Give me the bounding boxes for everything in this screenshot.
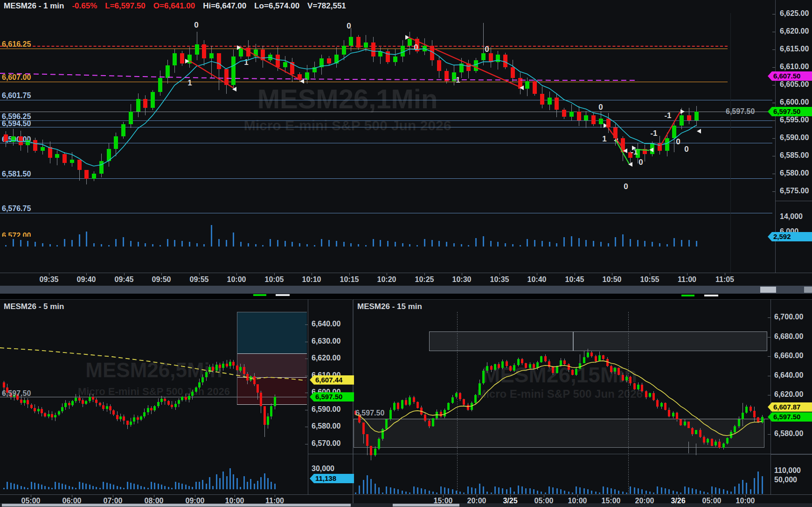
candle-body: [171, 405, 173, 408]
volume-bar: [637, 240, 638, 246]
volume-bar: [545, 493, 546, 494]
volume-bar: [13, 239, 14, 246]
volume-bar: [274, 484, 276, 489]
volume-bar: [537, 491, 538, 494]
volume-bar: [409, 493, 410, 494]
divider-indicator-bar: [253, 294, 266, 296]
candle-body: [27, 400, 29, 404]
volume-bar: [649, 492, 651, 494]
horizontal-scrollbar-1min-handle[interactable]: [760, 287, 776, 293]
volume-bar: [31, 482, 32, 489]
volume-bar: [48, 487, 49, 489]
volume-bar: [382, 493, 383, 494]
horizontal-scrollbar-5min-handle[interactable]: [2, 504, 351, 507]
volume-bar: [123, 488, 125, 489]
volume-bar: [71, 240, 73, 246]
volume-bar: [130, 241, 132, 246]
volume-bar: [5, 245, 7, 246]
volume-bar: [673, 238, 675, 246]
volume-bar: [742, 480, 743, 494]
volume-bar: [730, 492, 732, 494]
volume-bar: [579, 487, 581, 494]
price-axis-label: 6,615.00: [780, 45, 809, 53]
signal-label: -1: [650, 129, 657, 138]
volume-bar: [181, 484, 183, 489]
volume-bar: [380, 240, 381, 246]
volume-bar: [719, 488, 720, 494]
candle-body: [393, 56, 397, 62]
volume-bar: [549, 242, 550, 246]
volume-bar: [152, 244, 153, 246]
volume-bar: [271, 482, 272, 489]
volume-bar: [192, 487, 193, 489]
candle-body: [587, 352, 589, 357]
candle-body: [408, 39, 412, 46]
candle-body: [595, 356, 597, 361]
volume-bar: [164, 486, 166, 489]
volume-bar: [659, 243, 660, 246]
volume-bar: [62, 484, 63, 489]
candle-body: [270, 406, 272, 416]
volume-bar: [608, 243, 609, 246]
volume-bar: [734, 486, 736, 494]
volume-bar: [255, 244, 257, 246]
zone-box: [573, 331, 767, 351]
candle-body: [364, 42, 368, 48]
volume-bar: [703, 492, 705, 494]
horizontal-scrollbar-1min[interactable]: [0, 286, 812, 294]
volume-bar: [390, 487, 391, 494]
volume-bar: [51, 488, 53, 489]
session-divider-line: [457, 312, 458, 494]
price-level-label: 6,576.75: [2, 204, 31, 213]
candle-body: [121, 124, 125, 137]
volume-bar: [189, 242, 190, 246]
horizontal-scrollbar-15min-handle[interactable]: [393, 504, 459, 507]
signal-label: 1: [244, 58, 248, 67]
candle-body: [229, 362, 231, 366]
candle-body: [536, 362, 539, 368]
volume-bar: [123, 237, 124, 246]
session-divider-line: [628, 312, 629, 494]
candle-body: [71, 401, 74, 405]
price-axis-label: 6,590.00: [780, 134, 809, 142]
candle-body: [707, 439, 709, 443]
candle-body: [750, 407, 752, 410]
volume-bar: [448, 488, 449, 494]
volume-bar: [688, 487, 689, 494]
axis-tick: [772, 156, 775, 156]
candle-body: [742, 413, 744, 420]
horizontal-scrollbar-1min-button[interactable]: [804, 287, 812, 293]
candle-body: [130, 422, 132, 425]
signal-label: -1: [631, 148, 638, 157]
candle-body: [305, 72, 309, 79]
candle-body: [109, 406, 111, 410]
candle-body: [61, 407, 63, 411]
candle-body: [548, 98, 552, 105]
volume-axis-label: 30,000: [312, 465, 334, 473]
volume-bar: [41, 485, 42, 489]
price-axis-label: 6,605.00: [780, 80, 809, 89]
candle-body: [606, 359, 609, 366]
candle-body: [757, 417, 759, 422]
axis-tick: [768, 395, 770, 395]
axis-tick: [772, 191, 775, 192]
volume-bar: [475, 238, 477, 246]
volume-bar: [568, 492, 569, 494]
volume-bar: [622, 492, 624, 494]
time-axis-label: 10:55: [640, 275, 659, 284]
candle-body: [665, 138, 669, 151]
candle-body: [622, 375, 624, 381]
volume-bar: [666, 244, 668, 246]
candle-body: [106, 406, 108, 409]
volume-bar: [240, 242, 242, 246]
volume-bar: [622, 234, 624, 246]
candle-body: [195, 44, 199, 55]
volume-bar: [20, 240, 21, 246]
volume-bar: [521, 486, 523, 494]
axis-separator: [308, 454, 812, 454]
level-line: [354, 419, 769, 419]
volume-bar: [55, 482, 56, 489]
candle-body: [327, 58, 331, 63]
candle-body: [274, 397, 276, 406]
candle-body: [201, 377, 204, 382]
